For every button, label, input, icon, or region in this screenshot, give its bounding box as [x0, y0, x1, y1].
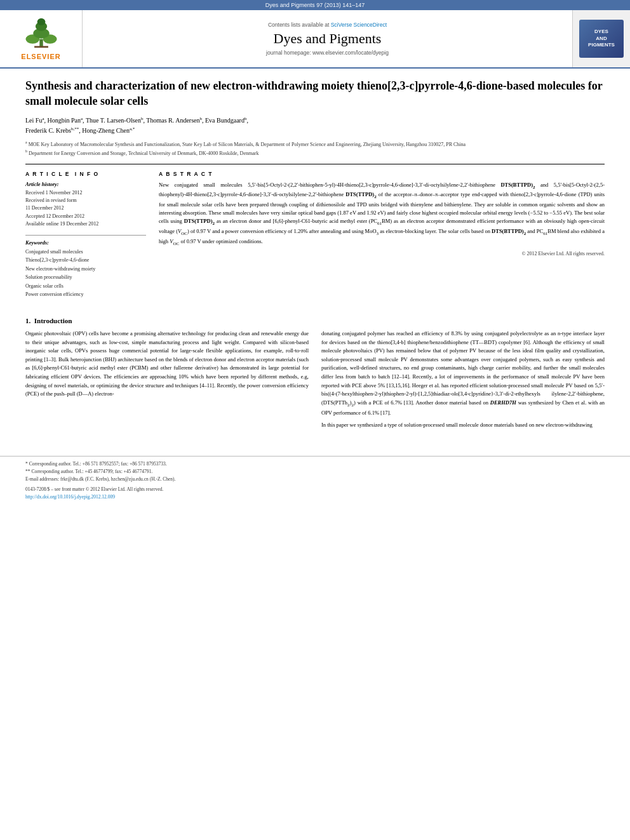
footer-doi: http://dx.doi.org/10.1016/j.dyepig.2012.… — [25, 493, 605, 501]
keyword-1: Conjugated small molecules — [25, 248, 146, 257]
elsevier-tree-icon — [22, 17, 60, 49]
history-label: Article history: — [25, 181, 146, 187]
journal-header: ELSEVIER Contents lists available at Sci… — [0, 10, 630, 69]
article-info-label: A R T I C L E I N F O — [25, 171, 146, 177]
footnote-star1: * Corresponding author. Tel.: +86 571 87… — [25, 460, 605, 468]
intro-right-col: donating conjugated polymer has reached … — [321, 330, 605, 434]
footer-area: * Corresponding author. Tel.: +86 571 87… — [0, 456, 630, 505]
keyword-6: Power conversion efficiency — [25, 290, 146, 299]
revised-date: 11 December 2012 — [25, 204, 146, 212]
svg-rect-0 — [39, 39, 43, 48]
introduction-heading: 1. Introduction — [25, 317, 605, 324]
sciverse-link[interactable]: SciVerse ScienceDirect — [331, 22, 387, 28]
footnote-star2-text: ** Corresponding author. Tel.: +45 46774… — [25, 469, 152, 474]
article-history-block: Article history: Received 1 November 201… — [25, 181, 146, 229]
header-divider — [25, 164, 605, 164]
abstract-col: A B S T R A C T New conjugated small mol… — [159, 171, 605, 306]
affil-b: b Department for Energy Conversion and S… — [25, 149, 605, 157]
article-info-col: A R T I C L E I N F O Article history: R… — [25, 171, 146, 306]
journal-name-heading: Dyes and Pigments — [274, 30, 382, 47]
affil-a: a MOE Key Laboratory of Macromolecular S… — [25, 140, 605, 149]
received-date: Received 1 November 2012 — [25, 189, 146, 197]
received-revised-label: Received in revised form — [25, 197, 146, 204]
sciverse-line: Contents lists available at SciVerse Sci… — [268, 22, 387, 28]
journal-logo-text: DYESANDPIGMENTS — [588, 29, 615, 48]
keywords-divider — [25, 235, 146, 236]
keywords-list: Conjugated small molecules Thieno[2,3-c]… — [25, 248, 146, 300]
journal-homepage-url: journal homepage: www.elsevier.com/locat… — [266, 50, 389, 56]
journal-logo-right: DYESANDPIGMENTS — [573, 10, 630, 67]
main-content: Synthesis and characterization of new el… — [0, 69, 630, 443]
journal-citation: Dyes and Pigments 97 (2013) 141–147 — [265, 2, 365, 8]
keyword-4: Solution processability — [25, 273, 146, 282]
authors-line: Lei Fua, Hongbin Pana, Thue T. Larsen-Ol… — [25, 116, 605, 137]
elsevier-brand-text: ELSEVIER — [21, 53, 60, 60]
keywords-block: Keywords: Conjugated small molecules Thi… — [25, 239, 146, 300]
accepted-date: Accepted 12 December 2012 — [25, 213, 146, 220]
elsevier-logo: ELSEVIER — [0, 10, 83, 67]
copyright-line: © 2012 Elsevier Ltd. All rights reserved… — [159, 251, 605, 257]
available-date: Available online 19 December 2012 — [25, 220, 146, 228]
keywords-label: Keywords: — [25, 239, 146, 246]
affiliations: a MOE Key Laboratory of Macromolecular S… — [25, 140, 605, 157]
keyword-5: Organic solar cells — [25, 282, 146, 291]
abstract-label: A B S T R A C T — [159, 171, 605, 177]
footnote-star2: ** Corresponding author. Tel.: +45 46774… — [25, 468, 605, 476]
intro-body-cols: Organic photovoltaic (OPV) cells have be… — [25, 330, 605, 434]
footnote-email: E-mail addresses: frkr@dtu.dk (F.C. Kreb… — [25, 476, 605, 483]
issn-text: 0143-7208/$ – see front matter © 2012 El… — [25, 486, 163, 492]
intro-para-right-2: In this paper we synthesized a type of s… — [321, 421, 605, 430]
journal-center-header: Contents lists available at SciVerse Sci… — [83, 10, 573, 67]
doi-link[interactable]: http://dx.doi.org/10.1016/j.dyepig.2012.… — [25, 494, 115, 500]
footer-issn: 0143-7208/$ – see front matter © 2012 El… — [25, 486, 605, 493]
intro-para-1: Organic photovoltaic (OPV) cells have be… — [25, 330, 309, 399]
keyword-3: New electron-withdrawing moiety — [25, 265, 146, 274]
footnote-star1-text: * Corresponding author. Tel.: +86 571 87… — [25, 461, 167, 467]
journal-logo-box: DYESANDPIGMENTS — [579, 20, 624, 58]
intro-left-col: Organic photovoltaic (OPV) cells have be… — [25, 330, 309, 434]
article-info-abstract-row: A R T I C L E I N F O Article history: R… — [25, 171, 605, 306]
paper-title: Synthesis and characterization of new el… — [25, 78, 605, 109]
svg-rect-1 — [34, 46, 48, 48]
intro-para-right-1: donating conjugated polymer has reached … — [321, 330, 605, 417]
introduction-section: 1. Introduction Organic photovoltaic (OP… — [25, 317, 605, 434]
journal-citation-bar: Dyes and Pigments 97 (2013) 141–147 — [0, 0, 630, 10]
footnote-email-text: E-mail addresses: frkr@dtu.dk (F.C. Kreb… — [25, 476, 175, 482]
keyword-2: Thieno[2,3-c]pyrrole-4,6-dione — [25, 256, 146, 265]
abstract-text: New conjugated small molecules 5,5′-bis[… — [159, 181, 605, 248]
svg-point-6 — [37, 18, 45, 25]
